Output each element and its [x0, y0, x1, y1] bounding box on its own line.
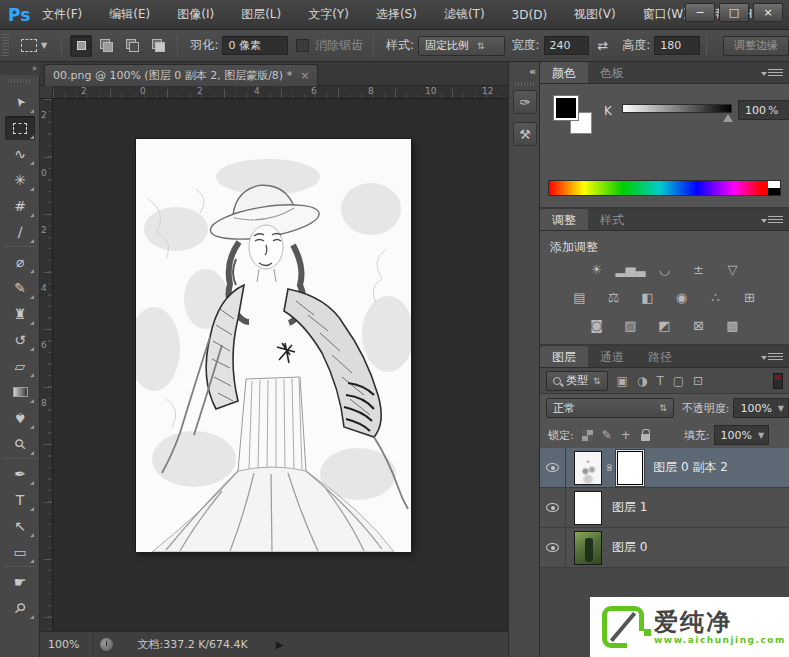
menu-select[interactable]: 选择(S) [376, 6, 417, 23]
canvas[interactable] [53, 99, 508, 644]
path-selection-tool[interactable]: ↖ [5, 514, 35, 538]
crop-tool[interactable]: # [5, 194, 35, 218]
eraser-tool[interactable]: ▱ [5, 354, 35, 378]
add-selection-button[interactable] [96, 35, 118, 57]
gradient-map-icon[interactable]: ▩ [721, 315, 745, 335]
opacity-input[interactable]: 100% ▼ [733, 398, 789, 418]
tab-layers[interactable]: 图层 [540, 346, 588, 367]
menu-3d[interactable]: 3D(D) [512, 8, 547, 22]
layer-name[interactable]: 图层 0 副本 2 [653, 459, 728, 476]
hand-tool[interactable]: ☛ [5, 570, 35, 594]
gradient-tool[interactable] [5, 380, 35, 404]
history-brush-tool[interactable]: ↺ [5, 328, 35, 352]
panel-menu-icon[interactable] [768, 69, 783, 78]
layer-name[interactable]: 图层 1 [612, 499, 647, 516]
dock-grip[interactable] [515, 82, 535, 86]
k-value-input[interactable]: 100 [738, 100, 789, 120]
foreground-color-swatch[interactable] [554, 96, 578, 120]
new-selection-button[interactable] [70, 35, 92, 57]
magic-wand-tool[interactable]: ✳ [5, 168, 35, 192]
blur-tool[interactable]: ♠ [5, 406, 35, 430]
visibility-toggle[interactable] [540, 448, 566, 488]
layer-thumbnail[interactable] [574, 531, 602, 565]
filter-shape-layers-icon[interactable]: ▢ [673, 374, 684, 388]
k-slider[interactable] [622, 104, 732, 113]
brush-presets-panel-button[interactable]: ✑ [513, 90, 537, 114]
height-input[interactable]: 180 [654, 36, 700, 55]
tab-adjustments[interactable]: 调整 [540, 209, 588, 230]
filter-adjustment-layers-icon[interactable]: ◑ [637, 374, 647, 388]
layer-row-0-copy-2[interactable]: ∞ 图层 0 副本 2 [540, 448, 789, 488]
layer-row-1[interactable]: 图层 1 [540, 488, 789, 528]
layer-row-0[interactable]: 图层 0 [540, 528, 789, 568]
threshold-icon[interactable]: ◩ [653, 315, 677, 335]
zoom-tool[interactable]: ⚲ [5, 596, 35, 620]
clone-source-panel-button[interactable]: ⚒ [513, 122, 537, 146]
menu-edit[interactable]: 编辑(E) [109, 6, 150, 23]
filter-toggle[interactable] [773, 373, 783, 389]
pen-tool[interactable]: ✒ [5, 462, 35, 486]
black-white-icon[interactable]: ◧ [636, 287, 660, 307]
exposure-icon[interactable]: ± [687, 259, 711, 279]
width-input[interactable]: 240 [544, 36, 590, 55]
collapse-panels-icon[interactable]: « [529, 65, 536, 78]
clone-stamp-tool[interactable]: ♜ [5, 302, 35, 326]
eyedropper-tool[interactable]: ∕ [5, 220, 35, 244]
document-tab[interactable]: 00.png @ 100% (图层 0 副本 2, 图层蒙版/8) * × [44, 64, 318, 86]
tab-swatches[interactable]: 色板 [588, 62, 636, 83]
vibrance-icon[interactable]: ▽ [721, 259, 745, 279]
intersect-selection-button[interactable] [148, 35, 170, 57]
dodge-tool[interactable]: ⚲ [5, 432, 35, 456]
toolbox-expand-icon[interactable]: » [0, 62, 40, 75]
lock-position-icon[interactable]: + [621, 429, 631, 441]
color-balance-icon[interactable]: ⚖ [602, 287, 626, 307]
type-tool[interactable]: T [5, 488, 35, 512]
invert-icon[interactable]: ◙ [585, 315, 609, 335]
layer-filter-type-select[interactable]: 类型 ⇅ [546, 371, 608, 391]
brightness-contrast-icon[interactable]: ☀ [585, 259, 609, 279]
spot-healing-brush-tool[interactable]: ⌀ [5, 250, 35, 274]
filter-smart-objects-icon[interactable]: ⊡ [693, 374, 703, 388]
move-tool[interactable]: ➤ [5, 90, 35, 114]
hue-saturation-icon[interactable]: ▤ [568, 287, 592, 307]
subtract-selection-button[interactable] [122, 35, 144, 57]
lock-pixels-icon[interactable]: ✎ [602, 429, 612, 441]
zoom-level-input[interactable]: 100% [40, 638, 89, 651]
filter-pixel-layers-icon[interactable]: ▣ [617, 374, 628, 388]
color-spectrum-ramp[interactable] [548, 180, 781, 196]
lock-transparency-icon[interactable] [582, 430, 593, 441]
menu-layer[interactable]: 图层(L) [241, 6, 281, 23]
menu-file[interactable]: 文件(F) [42, 6, 82, 23]
layer-thumbnail[interactable] [574, 491, 602, 525]
levels-icon[interactable]: ▂▅▃ [619, 259, 643, 279]
antialias-checkbox[interactable] [296, 39, 309, 52]
close-button[interactable]: × [753, 3, 783, 22]
curves-icon[interactable]: ◡ [653, 259, 677, 279]
minimize-button[interactable]: ─ [685, 3, 715, 22]
menu-image[interactable]: 图像(I) [177, 6, 214, 23]
fill-input[interactable]: 100% ▼ [714, 425, 770, 445]
tab-styles[interactable]: 样式 [588, 209, 636, 230]
tool-preset-picker[interactable]: ▼ [21, 39, 47, 52]
panel-menu-icon[interactable] [768, 353, 783, 362]
rectangle-tool[interactable]: ▭ [5, 540, 35, 564]
menu-view[interactable]: 视图(V) [574, 6, 616, 23]
visibility-toggle[interactable] [540, 488, 566, 528]
menu-filter[interactable]: 滤镜(T) [444, 6, 485, 23]
filter-type-layers-icon[interactable]: T [656, 374, 663, 388]
rectangular-marquee-tool[interactable] [5, 116, 35, 140]
k-slider-thumb[interactable] [723, 114, 733, 122]
lock-all-icon[interactable] [641, 434, 650, 441]
visibility-toggle[interactable] [540, 528, 566, 568]
blend-mode-select[interactable]: 正常 ⇅ [546, 398, 674, 418]
posterize-icon[interactable]: ▨ [619, 315, 643, 335]
feather-input[interactable]: 0 像素 [222, 36, 288, 55]
toolbox-grip[interactable] [8, 79, 32, 83]
lasso-tool[interactable]: ∿ [5, 142, 35, 166]
options-grip[interactable] [2, 34, 9, 58]
document-image[interactable] [135, 138, 410, 551]
photo-filter-icon[interactable]: ◉ [670, 287, 694, 307]
layer-name[interactable]: 图层 0 [612, 539, 647, 556]
color-lookup-icon[interactable]: ⊞ [738, 287, 762, 307]
tab-color[interactable]: 颜色 [540, 62, 588, 83]
